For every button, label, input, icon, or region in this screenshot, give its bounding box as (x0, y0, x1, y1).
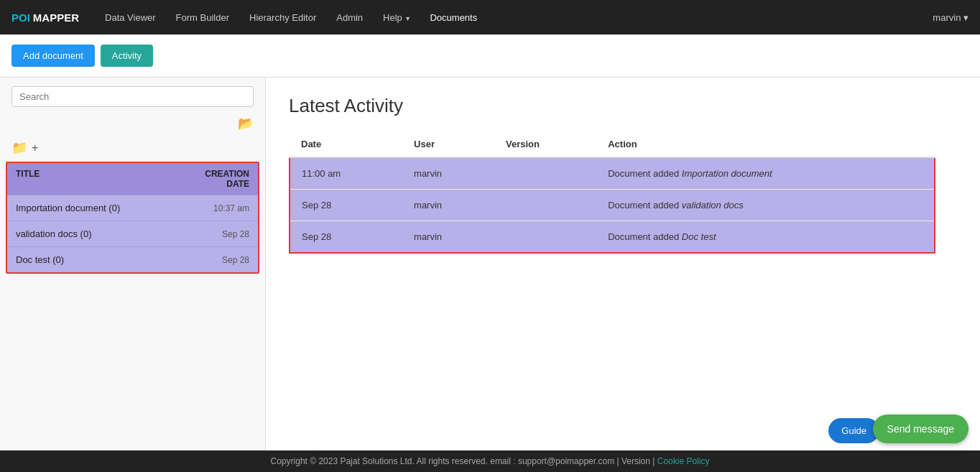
doc-title-0: Importation document (0) (16, 203, 185, 213)
main-content: Latest Activity Date User Version Action… (266, 78, 980, 450)
activity-table: Date User Version Action 11:00 am marvin… (289, 131, 935, 254)
activity-row-0: 11:00 am marvin Document added Importati… (290, 157, 935, 190)
nav-links: Data Viewer Form Builder Hierarchy Edito… (96, 8, 933, 27)
nav-documents[interactable]: Documents (421, 8, 486, 27)
doc-row-1[interactable]: validation docs (0) Sep 28 (7, 221, 258, 246)
send-message-button[interactable]: Send message (873, 415, 969, 443)
activity-action-2: Document added Doc test (596, 221, 935, 254)
add-document-button[interactable]: Add document (11, 45, 95, 67)
chevron-down-icon: ▾ (963, 12, 969, 23)
activity-version-2 (494, 221, 596, 254)
nav-hierarchy-editor[interactable]: Hierarchy Editor (241, 8, 325, 27)
doc-row-0[interactable]: Importation document (0) 10:37 am (7, 195, 258, 221)
brand-mapper: MAPPER (33, 11, 79, 24)
footer-text: Copyright © 2023 Pajat Solutions Ltd. Al… (271, 456, 655, 466)
activity-version-1 (494, 190, 596, 221)
activity-table-header-row: Date User Version Action (290, 131, 935, 157)
sidebar-search-container (0, 78, 265, 113)
doc-title-1: validation docs (0) (16, 228, 185, 239)
activity-date-2: Sep 28 (290, 221, 402, 254)
nav-data-viewer[interactable]: Data Viewer (96, 8, 165, 27)
activity-button[interactable]: Activity (101, 45, 153, 67)
activity-user-2: marvin (402, 221, 494, 254)
search-input[interactable] (11, 86, 254, 107)
guide-button[interactable]: Guide (828, 418, 879, 443)
activity-user-0: marvin (402, 157, 494, 190)
doc-date-2: Sep 28 (185, 255, 249, 265)
col-version-header: Version (494, 131, 596, 157)
navbar: POIMAPPER Data Viewer Form Builder Hiera… (0, 0, 980, 34)
sidebar: 📂 📁 + TITLE CREATION DATE Importation do… (0, 78, 266, 450)
col-user-header: User (402, 131, 494, 157)
main-layout: 📂 📁 + TITLE CREATION DATE Importation do… (0, 78, 980, 450)
activity-date-0: 11:00 am (290, 157, 402, 190)
activity-action-0: Document added Importation document (596, 157, 935, 190)
user-menu[interactable]: marvin ▾ (933, 12, 969, 23)
col-action-header: Action (596, 131, 935, 157)
doc-row-2[interactable]: Doc test (0) Sep 28 (7, 246, 258, 272)
footer: Copyright © 2023 Pajat Solutions Ltd. Al… (0, 450, 980, 472)
activity-date-1: Sep 28 (290, 190, 402, 221)
activity-action-1: Document added validation docs (596, 190, 935, 221)
activity-row-2: Sep 28 marvin Document added Doc test (290, 221, 935, 254)
col-title-header: TITLE (16, 169, 185, 189)
doc-title-2: Doc test (0) (16, 254, 185, 265)
doc-table-header: TITLE CREATION DATE (7, 163, 258, 195)
doc-date-1: Sep 28 (185, 229, 249, 239)
folder-open-icon[interactable]: 📂 (238, 116, 254, 131)
document-list-table: TITLE CREATION DATE Importation document… (6, 162, 259, 274)
activity-version-0 (494, 157, 596, 190)
page-title: Latest Activity (289, 95, 957, 117)
nav-form-builder[interactable]: Form Builder (167, 8, 238, 27)
folder-icon: 📁 (11, 140, 27, 156)
doc-date-0: 10:37 am (185, 203, 249, 213)
col-date-header: CREATION DATE (185, 169, 249, 189)
cookie-policy-link[interactable]: Cookie Policy (657, 456, 710, 466)
chevron-down-icon: ▾ (406, 14, 410, 22)
sidebar-scroll[interactable]: 📂 📁 + TITLE CREATION DATE Importation do… (0, 78, 265, 450)
sidebar-folder-row: 📁 + (0, 137, 265, 162)
nav-help[interactable]: Help ▾ (374, 8, 418, 27)
brand-logo: POIMAPPER (11, 11, 79, 24)
sidebar-toolbar: 📂 (0, 113, 265, 137)
brand-poi: POI (11, 11, 30, 24)
activity-row-1: Sep 28 marvin Document added validation … (290, 190, 935, 221)
col-date-header: Date (290, 131, 402, 157)
add-icon[interactable]: + (32, 142, 38, 154)
action-bar: Add document Activity (0, 34, 980, 78)
activity-user-1: marvin (402, 190, 494, 221)
nav-admin[interactable]: Admin (328, 8, 371, 27)
